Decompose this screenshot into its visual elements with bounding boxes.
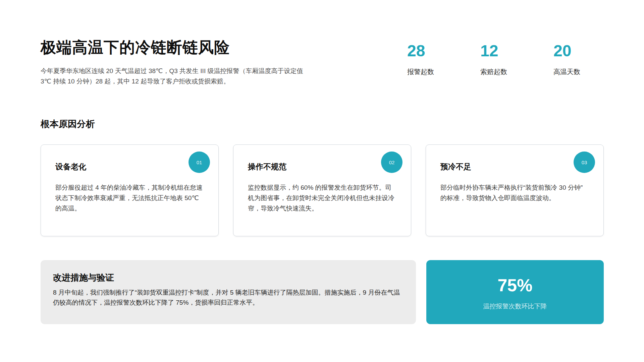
improvement-title: 改进措施与验证 (53, 273, 401, 283)
card-title: 预冷不足 (440, 162, 588, 172)
cause-card-equipment-aging: 设备老化 01 部分服役超过 4 年的柴油冷藏车，其制冷机组在怠速状态下制冷效率… (41, 144, 219, 236)
highlight-value: 75% (497, 277, 532, 294)
card-index-badge: 01 (189, 152, 210, 173)
page-subtitle: 今年夏季华东地区连续 20 天气温超过 38℃，Q3 共发生 III 级温控报警… (41, 66, 315, 86)
stat-value: 12 (480, 42, 553, 60)
cause-cards-row: 设备老化 01 部分服役超过 4 年的柴油冷藏车，其制冷机组在怠速状态下制冷效率… (41, 144, 604, 236)
card-title: 操作不规范 (248, 162, 396, 172)
improvement-card: 改进措施与验证 8 月中旬起，我们强制推行了“装卸货双重温控打卡”制度，并对 5… (41, 260, 416, 324)
highlight-card: 75% 温控报警次数环比下降 (426, 260, 604, 324)
stat-value: 28 (407, 42, 480, 60)
improvement-body: 8 月中旬起，我们强制推行了“装卸货双重温控打卡”制度，并对 5 辆老旧车辆进行… (53, 288, 401, 308)
page-title: 极端高温下的冷链断链风险 (41, 38, 322, 58)
stat-label: 索赔起数 (480, 67, 553, 76)
cause-card-improper-operation: 操作不规范 02 监控数据显示，约 60% 的报警发生在卸货环节。司机为图省事，… (233, 144, 411, 236)
card-body: 部分临时外协车辆未严格执行“装货前预冷 30 分钟”的标准，导致货物入仓即面临温… (440, 182, 588, 203)
stats-row: 28 报警起数 12 索赔起数 20 高温天数 (407, 42, 580, 76)
stat-label: 报警起数 (407, 67, 480, 76)
stat-alarm-count: 28 报警起数 (407, 42, 480, 76)
cause-card-insufficient-precooling: 预冷不足 03 部分临时外协车辆未严格执行“装货前预冷 30 分钟”的标准，导致… (426, 144, 604, 236)
bottom-row: 改进措施与验证 8 月中旬起，我们强制推行了“装卸货双重温控打卡”制度，并对 5… (41, 260, 604, 324)
stat-claim-count: 12 索赔起数 (480, 42, 553, 76)
card-body: 部分服役超过 4 年的柴油冷藏车，其制冷机组在怠速状态下制冷效率衰减严重，无法抵… (55, 182, 203, 214)
stat-hot-days: 20 高温天数 (553, 42, 580, 76)
header: 极端高温下的冷链断链风险 今年夏季华东地区连续 20 天气温超过 38℃，Q3 … (41, 38, 322, 86)
stat-label: 高温天数 (553, 67, 580, 76)
highlight-label: 温控报警次数环比下降 (483, 302, 547, 311)
card-index-badge: 03 (574, 152, 595, 173)
section-title: 根本原因分析 (41, 118, 95, 130)
stat-value: 20 (553, 42, 580, 60)
card-index-badge: 02 (381, 152, 402, 173)
card-body: 监控数据显示，约 60% 的报警发生在卸货环节。司机为图省事，在卸货时未完全关闭… (248, 182, 396, 214)
card-title: 设备老化 (55, 162, 203, 172)
